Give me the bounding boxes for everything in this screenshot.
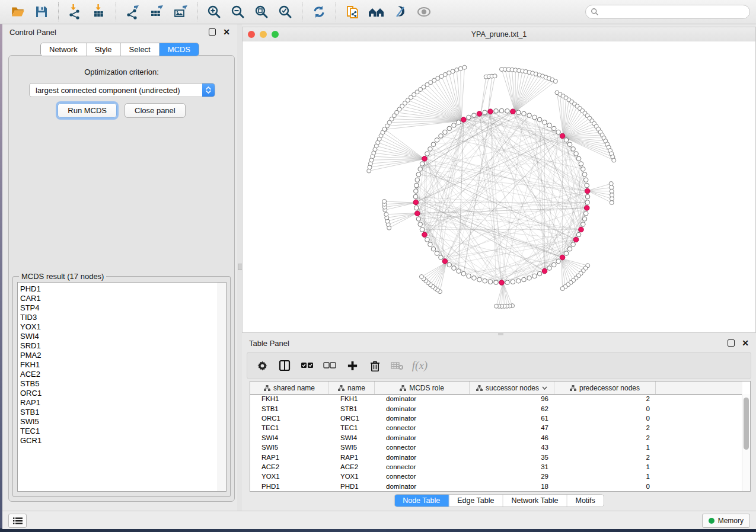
tab-style[interactable]: Style xyxy=(87,43,121,56)
function-builder-button[interactable]: f(x) xyxy=(411,357,429,374)
close-panel-icon[interactable]: ✕ xyxy=(742,340,749,346)
column-header-MCDS-role[interactable]: MCDS role xyxy=(375,382,470,394)
gear-icon xyxy=(257,360,268,371)
delete-column-button[interactable] xyxy=(366,357,384,374)
delete-table-button[interactable] xyxy=(388,357,406,374)
toolbar-separator xyxy=(116,2,116,21)
mcds-result-item[interactable]: FKH1 xyxy=(20,360,42,370)
mcds-result-item[interactable]: STB5 xyxy=(20,379,42,389)
criterion-dropdown[interactable]: largest connected component (undirected) xyxy=(29,83,215,97)
save-session-icon xyxy=(34,5,49,19)
table-scrollbar[interactable] xyxy=(742,394,750,491)
network-window-titlebar[interactable]: YPA_prune.txt_1 xyxy=(243,27,755,42)
mcds-result-item[interactable]: STB1 xyxy=(20,408,42,417)
export-table-button[interactable] xyxy=(146,2,167,22)
table-row[interactable]: SWI5SWI5connector431 xyxy=(250,443,742,452)
cell-predecessor_nodes: 2 xyxy=(554,454,656,461)
import-network-button[interactable] xyxy=(65,2,85,22)
show-graphics-details-button[interactable] xyxy=(414,2,434,22)
table-row[interactable]: ORC1ORC1dominator610 xyxy=(250,414,742,423)
zoom-in-button[interactable] xyxy=(204,2,224,22)
table-panel: Table Panel ✕ xyxy=(242,335,756,511)
column-header-name[interactable]: name xyxy=(329,382,375,394)
import-table-button[interactable] xyxy=(89,2,109,22)
refresh-layout-button[interactable] xyxy=(309,2,329,22)
tab-motifs[interactable]: Motifs xyxy=(567,495,603,507)
cell-predecessor_nodes: 1 xyxy=(554,463,656,470)
memory-status-icon xyxy=(709,518,714,524)
plus-icon xyxy=(347,360,358,371)
network-window-title: YPA_prune.txt_1 xyxy=(243,30,755,39)
add-column-button[interactable] xyxy=(343,357,361,374)
tab-network[interactable]: Network xyxy=(41,43,87,56)
mcds-result-item[interactable]: STP4 xyxy=(20,303,42,313)
clone-network-button[interactable] xyxy=(343,2,363,22)
network-canvas[interactable] xyxy=(243,41,755,332)
memory-button[interactable]: Memory xyxy=(702,514,750,528)
zoom-out-button[interactable] xyxy=(228,2,248,22)
mcds-result-list[interactable]: PHD1CAR1STP4TID3YOX1SWI4SRD1PMA2FKH1ACE2… xyxy=(17,282,227,492)
mcds-result-item[interactable]: PMA2 xyxy=(20,351,42,360)
column-header-predecessor-nodes[interactable]: predecessor nodes xyxy=(554,382,656,394)
sort-desc-icon xyxy=(542,386,547,390)
show-columns-button[interactable] xyxy=(276,357,294,374)
select-all-button[interactable] xyxy=(298,357,316,374)
float-window-icon[interactable] xyxy=(728,339,735,347)
mcds-result-item[interactable]: SWI5 xyxy=(20,417,42,427)
save-session-button[interactable] xyxy=(31,2,52,22)
search-input[interactable] xyxy=(602,7,745,17)
mcds-result-item[interactable]: TEC1 xyxy=(20,427,42,436)
mcds-result-item[interactable]: YOX1 xyxy=(20,322,42,332)
table-row[interactable]: STB1STB1dominator620 xyxy=(250,403,742,413)
hide-selected-button[interactable] xyxy=(390,2,410,22)
open-file-button[interactable] xyxy=(8,2,28,22)
mcds-result-item[interactable]: SWI4 xyxy=(20,332,42,341)
table-row[interactable]: ACE2ACE2connector311 xyxy=(250,462,742,472)
table-row[interactable]: FKH1FKH1dominator962 xyxy=(250,394,742,403)
mcds-result-item[interactable]: RAP1 xyxy=(20,398,42,408)
table-row[interactable]: PHD1PHD1dominator180 xyxy=(250,482,742,491)
mcds-result-item[interactable]: PHD1 xyxy=(20,284,42,294)
cell-mcds_role: dominator xyxy=(375,395,470,402)
export-network-button[interactable] xyxy=(123,2,143,22)
vertical-splitter[interactable] xyxy=(237,24,242,511)
zoom-selected-button[interactable] xyxy=(275,2,295,22)
tab-edge-table[interactable]: Edge Table xyxy=(449,495,503,507)
column-header-successor-nodes[interactable]: successor nodes xyxy=(470,382,554,394)
mcds-result-item[interactable]: CAR1 xyxy=(20,294,42,303)
mcds-result-item[interactable]: ORC1 xyxy=(20,389,42,398)
network-graph[interactable] xyxy=(243,41,755,332)
tab-network-table[interactable]: Network Table xyxy=(503,495,567,507)
cell-name: ACE2 xyxy=(329,463,375,470)
mcds-list-scrollbar[interactable] xyxy=(218,283,226,491)
first-neighbors-button[interactable] xyxy=(366,2,387,22)
table-settings-button[interactable] xyxy=(253,357,271,374)
refresh-layout-icon xyxy=(311,4,327,20)
table-row[interactable]: SWI4SWI4dominator462 xyxy=(250,433,742,443)
scrollbar-thumb[interactable] xyxy=(744,398,749,450)
export-image-button[interactable] xyxy=(170,2,190,22)
mcds-result-item[interactable]: SRD1 xyxy=(20,341,42,351)
deselect-all-button[interactable] xyxy=(321,357,339,374)
task-history-button[interactable] xyxy=(8,514,27,528)
table-row[interactable]: YOX1YOX1connector291 xyxy=(250,472,742,481)
toolbar-search[interactable] xyxy=(585,5,750,19)
tab-mcds[interactable]: MCDS xyxy=(160,43,199,56)
table-row[interactable]: RAP1RAP1dominator352 xyxy=(250,452,742,462)
cell-shared_name: FKH1 xyxy=(250,395,329,402)
column-header-shared-name[interactable]: shared name xyxy=(250,382,329,394)
cell-mcds_role: connector xyxy=(375,473,470,480)
close-panel-icon[interactable]: ✕ xyxy=(223,29,230,35)
close-panel-button[interactable]: Close panel xyxy=(125,103,186,118)
zoom-fit-button[interactable] xyxy=(251,2,272,22)
mcds-result-item[interactable]: ACE2 xyxy=(20,370,42,379)
float-window-icon[interactable] xyxy=(209,28,216,36)
mcds-result-item[interactable]: GCR1 xyxy=(20,436,42,446)
table-panel-tabs: Node TableEdge TableNetwork TableMotifs xyxy=(394,494,604,507)
tab-select[interactable]: Select xyxy=(121,43,160,56)
run-mcds-button[interactable]: Run MCDS xyxy=(58,103,117,118)
column-type-icon xyxy=(476,385,483,391)
tab-node-table[interactable]: Node Table xyxy=(394,495,449,507)
table-row[interactable]: TEC1TEC1connector472 xyxy=(250,423,742,432)
mcds-result-item[interactable]: TID3 xyxy=(20,313,42,322)
